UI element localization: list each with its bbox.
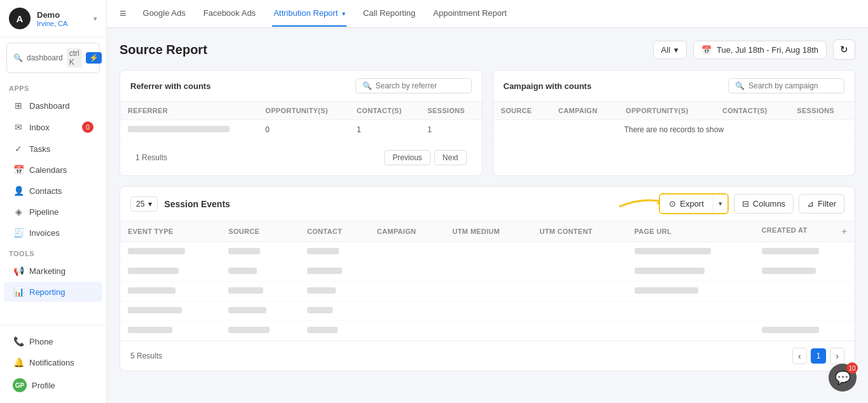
sidebar-item-notifications[interactable]: 🔔 Notifications (4, 352, 102, 372)
session-col-page-url: PAGE URL (627, 221, 754, 242)
session-cell-page-url (627, 301, 754, 321)
session-cell-utm-medium (445, 262, 532, 282)
page-body: Source Report All ▾ 📅 Tue, Jul 18th - Fr… (107, 28, 868, 403)
referrer-table-title: Referrer with counts (130, 81, 210, 91)
per-page-value: 25 (136, 200, 144, 208)
per-page-select[interactable]: 25 ▾ (130, 196, 158, 212)
search-icon: 🔍 (735, 81, 745, 90)
session-cell-page-url (627, 321, 754, 341)
sidebar-item-invoices[interactable]: 🧾 Invoices (4, 222, 102, 243)
campaign-table-title: Campaign with counts (504, 81, 592, 91)
export-main[interactable]: ⊙ Export (660, 195, 713, 213)
calendar-icon: 📅 (701, 45, 712, 55)
session-col-utm-content: UTM CONTENT (532, 221, 626, 242)
sidebar-item-contacts[interactable]: 👤 Contacts (4, 181, 102, 201)
search-bar[interactable]: 🔍 dashboard ctrl K ⚡ (6, 43, 100, 73)
sidebar-item-inbox[interactable]: ✉ Inbox 0 (4, 116, 102, 138)
chat-badge: 10 (846, 362, 858, 374)
session-events-title: Session Events (164, 199, 230, 209)
pagination-page-1-button[interactable]: 1 (811, 348, 827, 364)
referrer-search[interactable]: 🔍 (355, 78, 472, 93)
notifications-icon: 🔔 (13, 357, 24, 367)
session-cell-utm-content (532, 282, 626, 301)
session-left: 25 ▾ Session Events (130, 196, 230, 212)
sidebar-item-reporting[interactable]: 📊 Reporting (4, 282, 102, 302)
top-nav: ≡ Google Ads Facebook Ads Attribution Re… (107, 0, 868, 28)
tab-call-reporting[interactable]: Call Reporting (362, 1, 417, 27)
add-column-icon[interactable]: + (842, 226, 847, 236)
sidebar-item-label: Pipeline (29, 207, 59, 217)
sidebar-header: A Demo Irvine, CA ▾ (0, 0, 106, 38)
columns-button[interactable]: ⊟ Columns (734, 194, 794, 214)
session-cell-created-at (754, 242, 855, 262)
referrer-search-input[interactable] (376, 81, 465, 90)
session-data-table: EVENT TYPE SOURCE CONTACT CAMPAIGN UTM M… (120, 221, 855, 341)
session-col-campaign: CAMPAIGN (369, 221, 445, 242)
session-cell-created-at (754, 321, 855, 341)
session-cell-page-url (627, 282, 754, 301)
sidebar-item-label: Calendars (29, 165, 67, 175)
session-cell-event-type (120, 242, 221, 262)
tab-attribution-report[interactable]: Attribution Report ▾ (272, 1, 347, 27)
chevron-down-icon[interactable]: ▾ (93, 15, 97, 23)
session-col-utm-medium: UTM MEDIUM (445, 221, 532, 242)
tab-google-ads[interactable]: Google Ads (142, 1, 187, 27)
referrer-cell-opportunities: 0 (258, 120, 349, 140)
referrer-table-header: Referrer with counts 🔍 (120, 71, 482, 102)
referrer-col-sessions: SESSIONS (420, 102, 481, 120)
referrer-data-table: REFERRER OPPORTUNITY(S) CONTACT(S) SESSI… (120, 102, 482, 140)
session-cell-contact (300, 242, 369, 262)
sidebar-item-phone[interactable]: 📞 Phone (4, 331, 102, 352)
sidebar-item-label: Notifications (29, 358, 74, 367)
sidebar-item-marketing[interactable]: 📢 Marketing (4, 261, 102, 281)
sidebar-item-label: Phone (29, 337, 53, 346)
filter-button[interactable]: ⊿ Filter (799, 194, 844, 214)
campaign-search[interactable]: 🔍 (728, 78, 844, 93)
session-pagination: ‹ 1 › (792, 348, 844, 364)
sidebar-item-pipeline[interactable]: ◈ Pipeline (4, 202, 102, 222)
page-title: Source Report (120, 43, 207, 57)
export-icon: ⊙ (669, 199, 676, 208)
search-shortcut: ctrl K (67, 48, 82, 67)
referrer-results: 1 Results (128, 148, 175, 167)
session-cell-created-at (754, 262, 855, 282)
chat-bubble[interactable]: 💬 10 (829, 364, 857, 392)
hamburger-button[interactable]: ≡ (120, 7, 127, 20)
pagination-next-button[interactable]: › (830, 348, 844, 364)
table-row (120, 242, 855, 262)
inbox-badge: 0 (82, 121, 93, 133)
table-row (120, 262, 855, 282)
sidebar-item-tasks[interactable]: ✓ Tasks (4, 139, 102, 159)
session-cell-utm-content (532, 262, 626, 282)
sidebar-item-dashboard[interactable]: ⊞ Dashboard (4, 95, 102, 116)
sidebar-item-calendars[interactable]: 📅 Calendars (4, 160, 102, 180)
refresh-button[interactable]: ↻ (833, 39, 855, 60)
sidebar-item-profile[interactable]: GP Profile (4, 373, 102, 397)
campaign-col-opportunities: OPPORTUNITY(S) (618, 102, 715, 120)
referrer-cell-sessions: 1 (420, 120, 481, 140)
table-row (120, 321, 855, 341)
next-button[interactable]: Next (434, 150, 467, 165)
campaign-col-contacts: CONTACT(S) (715, 102, 789, 120)
session-cell-campaign (369, 321, 445, 341)
calendars-icon: 📅 (13, 165, 24, 175)
page-header: Source Report All ▾ 📅 Tue, Jul 18th - Fr… (120, 39, 855, 60)
all-dropdown[interactable]: All ▾ (653, 41, 687, 59)
tab-appointment-report[interactable]: Appointment Report (432, 1, 508, 27)
sidebar-item-label: Profile (32, 381, 55, 390)
campaign-search-input[interactable] (748, 81, 837, 90)
tab-facebook-ads[interactable]: Facebook Ads (202, 1, 257, 27)
pagination-prev-button[interactable]: ‹ (792, 348, 807, 364)
avatar: A (9, 8, 31, 29)
date-picker[interactable]: 📅 Tue, Jul 18th - Fri, Aug 18th (693, 41, 827, 59)
previous-button[interactable]: Previous (384, 150, 431, 165)
export-button[interactable]: ⊙ Export ▾ (660, 195, 727, 213)
session-cell-event-type (120, 262, 221, 282)
referrer-col-referrer: REFERRER (120, 102, 258, 120)
search-action-icon[interactable]: ⚡ (86, 52, 102, 64)
session-col-source: SOURCE (221, 221, 300, 242)
session-actions: ⊙ Export ▾ ⊟ Columns ⊿ Filter (659, 193, 844, 214)
session-cell-source (221, 262, 300, 282)
session-col-created-at: CREATED AT + (754, 221, 855, 242)
export-dropdown-arrow[interactable]: ▾ (713, 195, 727, 212)
